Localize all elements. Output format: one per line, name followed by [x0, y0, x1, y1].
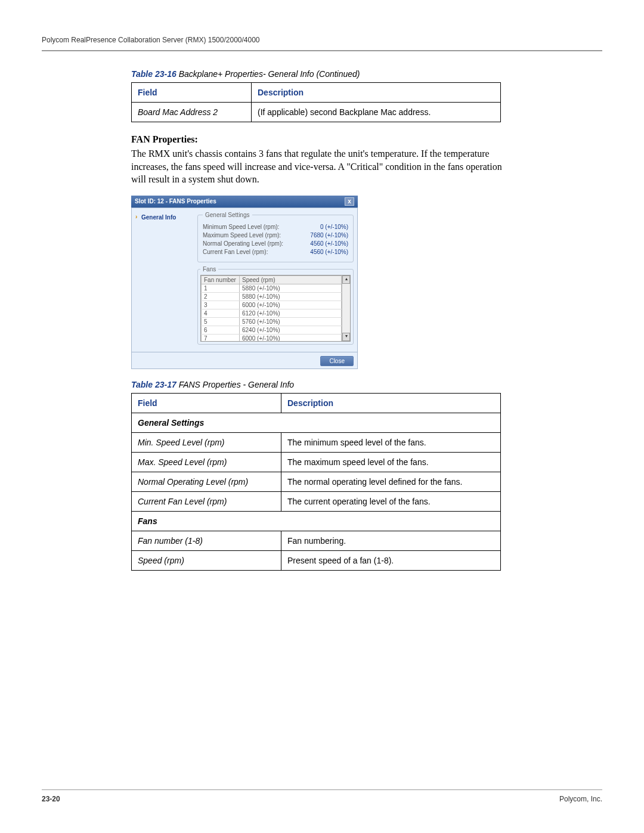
table-cell-field: Current Fan Level (rpm) — [132, 491, 281, 511]
fan-number: 6 — [202, 326, 240, 334]
fan-number: 7 — [202, 334, 240, 342]
fan-speed: 6240 (+/-10%) — [240, 326, 342, 334]
table-17-number: Table 23-17 — [131, 380, 177, 389]
setting-row: Current Fan Level (rpm):4560 (+/-10%) — [203, 249, 348, 255]
fans-fieldset: Fans Fan number Speed (rpm) 15880 (+/-10… — [197, 266, 354, 345]
fan-row: 15880 (+/-10%) — [202, 284, 342, 292]
dialog-nav: General Info — [135, 212, 193, 348]
table-16-number: Table 23-16 — [131, 69, 177, 79]
table-cell-desc: (If applicable) second Backplane Mac add… — [252, 103, 501, 122]
fan-number: 2 — [202, 292, 240, 301]
fan-speed: 6000 (+/-10%) — [240, 301, 342, 309]
table-cell-field: Fan number (1-8) — [132, 531, 281, 550]
header-rule — [42, 50, 602, 51]
nav-general-info[interactable]: General Info — [135, 212, 193, 223]
fan-properties-heading: FAN Properties: — [131, 134, 602, 145]
table-cell-field: Normal Operating Level (rpm) — [132, 472, 281, 491]
fan-speed: 5880 (+/-10%) — [240, 284, 342, 292]
fan-row: 36000 (+/-10%) — [202, 301, 342, 309]
setting-value: 4560 (+/-10%) — [310, 249, 348, 255]
fans-properties-dialog: Slot ID: 12 - FANS Properties x General … — [131, 196, 358, 369]
fan-number: 3 — [202, 301, 240, 309]
table-17-header-desc: Description — [281, 393, 501, 413]
fans-legend: Fans — [200, 266, 218, 272]
company-name: Polycom, Inc. — [559, 795, 602, 803]
table-cell-desc: The current operating level of the fans. — [281, 491, 501, 511]
table-16: Field Description Board Mac Address 2 (I… — [131, 82, 501, 122]
fan-speed: 5880 (+/-10%) — [240, 292, 342, 301]
scroll-up-icon[interactable]: ▴ — [342, 275, 350, 284]
table-cell-desc: The minimum speed level of the fans. — [281, 432, 501, 452]
table-16-header-desc: Description — [252, 83, 501, 103]
fan-speed: 5760 (+/-10%) — [240, 317, 342, 326]
table-row: Normal Operating Level (rpm)The normal o… — [132, 472, 501, 491]
table-17-caption-text: FANS Properties - General Info — [177, 380, 294, 389]
close-icon[interactable]: x — [345, 197, 354, 206]
table-cell-desc: Fan numbering. — [281, 531, 501, 550]
table-16-caption: Table 23-16 Backplane+ Properties- Gener… — [131, 69, 602, 79]
setting-label: Current Fan Level (rpm): — [203, 249, 268, 255]
table-row: Speed (rpm)Present speed of a fan (1-8). — [132, 550, 501, 570]
table-row: Fan number (1-8)Fan numbering. — [132, 531, 501, 550]
dialog-title-bar: Slot ID: 12 - FANS Properties x — [131, 196, 358, 208]
section-general-settings: General Settings — [132, 413, 501, 432]
scroll-down-icon[interactable]: ▾ — [342, 333, 350, 341]
section-fans: Fans — [132, 511, 501, 531]
page-number: 23-20 — [42, 795, 60, 803]
table-row: Max. Speed Level (rpm)The maximum speed … — [132, 452, 501, 472]
fan-number: 1 — [202, 284, 240, 292]
table-cell-field: Min. Speed Level (rpm) — [132, 432, 281, 452]
fan-speed: 6000 (+/-10%) — [240, 334, 342, 342]
close-button[interactable]: Close — [320, 356, 354, 366]
fan-number: 5 — [202, 317, 240, 326]
general-settings-fieldset: General Settings Minimum Speed Level (rp… — [197, 212, 354, 262]
table-row: Min. Speed Level (rpm)The minimum speed … — [132, 432, 501, 452]
fan-table: Fan number Speed (rpm) 15880 (+/-10%) 25… — [200, 275, 351, 342]
table-row: General Settings — [132, 413, 501, 432]
setting-row: Normal Operating Level (rpm):4560 (+/-10… — [203, 240, 348, 247]
fan-properties-paragraph: The RMX unit's chassis contains 3 fans t… — [131, 147, 513, 186]
table-17-caption: Table 23-17 FANS Properties - General In… — [131, 380, 602, 389]
setting-label: Maximum Speed Level (rpm): — [203, 232, 281, 239]
table-16-header-field: Field — [132, 83, 252, 103]
fan-row: 55760 (+/-10%) — [202, 317, 342, 326]
setting-value: 0 (+/-10%) — [320, 224, 348, 230]
table-row: Fans — [132, 511, 501, 531]
fan-row: 46120 (+/-10%) — [202, 309, 342, 317]
table-cell-desc: Present speed of a fan (1-8). — [281, 550, 501, 570]
fan-row: 66240 (+/-10%) — [202, 326, 342, 334]
page-footer: 23-20 Polycom, Inc. — [42, 789, 602, 803]
fan-row: 25880 (+/-10%) — [202, 292, 342, 301]
setting-label: Normal Operating Level (rpm): — [203, 240, 283, 247]
fan-row: 76000 (+/-10%) — [202, 334, 342, 342]
dialog-title-text: Slot ID: 12 - FANS Properties — [135, 198, 216, 205]
fan-header-speed: Speed (rpm) — [240, 275, 342, 284]
fan-header-number: Fan number — [202, 275, 240, 284]
doc-header: Polycom RealPresence Collaboration Serve… — [42, 36, 602, 50]
table-cell-desc: The maximum speed level of the fans. — [281, 452, 501, 472]
table-cell-field: Board Mac Address 2 — [132, 103, 252, 122]
setting-row: Minimum Speed Level (rpm):0 (+/-10%) — [203, 224, 348, 230]
setting-label: Minimum Speed Level (rpm): — [203, 224, 279, 230]
table-row: Board Mac Address 2 (If applicable) seco… — [132, 103, 501, 122]
general-settings-legend: General Settings — [203, 212, 252, 218]
table-row: Current Fan Level (rpm)The current opera… — [132, 491, 501, 511]
table-17-header-field: Field — [132, 393, 281, 413]
setting-value: 7680 (+/-10%) — [310, 232, 348, 239]
table-cell-desc: The normal operating level defined for t… — [281, 472, 501, 491]
table-cell-field: Speed (rpm) — [132, 550, 281, 570]
table-cell-field: Max. Speed Level (rpm) — [132, 452, 281, 472]
table-16-caption-text: Backplane+ Properties- General Info (Con… — [177, 69, 360, 79]
scrollbar[interactable]: ▴ ▾ — [342, 275, 350, 341]
table-17: Field Description General Settings Min. … — [131, 393, 501, 571]
setting-value: 4560 (+/-10%) — [310, 240, 348, 247]
fan-speed: 6120 (+/-10%) — [240, 309, 342, 317]
fan-number: 4 — [202, 309, 240, 317]
setting-row: Maximum Speed Level (rpm):7680 (+/-10%) — [203, 232, 348, 239]
